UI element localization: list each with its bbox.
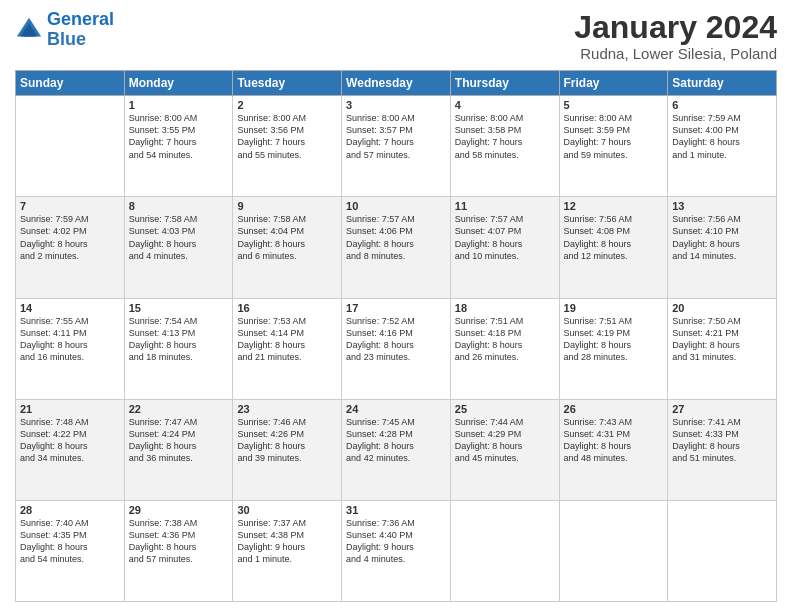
day-number: 26: [564, 403, 664, 415]
table-row: 2Sunrise: 8:00 AMSunset: 3:56 PMDaylight…: [233, 96, 342, 197]
day-info: Sunrise: 7:41 AMSunset: 4:33 PMDaylight:…: [672, 416, 772, 465]
day-number: 13: [672, 200, 772, 212]
day-info: Sunrise: 7:56 AMSunset: 4:08 PMDaylight:…: [564, 213, 664, 262]
day-number: 2: [237, 99, 337, 111]
table-row: 15Sunrise: 7:54 AMSunset: 4:13 PMDayligh…: [124, 298, 233, 399]
svg-rect-2: [24, 29, 33, 36]
day-number: 11: [455, 200, 555, 212]
table-row: 12Sunrise: 7:56 AMSunset: 4:08 PMDayligh…: [559, 197, 668, 298]
day-number: 23: [237, 403, 337, 415]
table-row: 14Sunrise: 7:55 AMSunset: 4:11 PMDayligh…: [16, 298, 125, 399]
col-saturday: Saturday: [668, 71, 777, 96]
day-number: 20: [672, 302, 772, 314]
day-number: 1: [129, 99, 229, 111]
day-number: 30: [237, 504, 337, 516]
day-info: Sunrise: 8:00 AMSunset: 3:55 PMDaylight:…: [129, 112, 229, 161]
table-row: 23Sunrise: 7:46 AMSunset: 4:26 PMDayligh…: [233, 399, 342, 500]
col-friday: Friday: [559, 71, 668, 96]
day-info: Sunrise: 7:59 AMSunset: 4:00 PMDaylight:…: [672, 112, 772, 161]
day-number: 4: [455, 99, 555, 111]
logo-icon: [15, 16, 43, 44]
day-info: Sunrise: 7:43 AMSunset: 4:31 PMDaylight:…: [564, 416, 664, 465]
table-row: 30Sunrise: 7:37 AMSunset: 4:38 PMDayligh…: [233, 500, 342, 601]
col-monday: Monday: [124, 71, 233, 96]
day-number: 17: [346, 302, 446, 314]
day-number: 12: [564, 200, 664, 212]
day-info: Sunrise: 7:51 AMSunset: 4:18 PMDaylight:…: [455, 315, 555, 364]
day-info: Sunrise: 7:46 AMSunset: 4:26 PMDaylight:…: [237, 416, 337, 465]
table-row: 28Sunrise: 7:40 AMSunset: 4:35 PMDayligh…: [16, 500, 125, 601]
day-info: Sunrise: 7:37 AMSunset: 4:38 PMDaylight:…: [237, 517, 337, 566]
day-number: 22: [129, 403, 229, 415]
day-number: 7: [20, 200, 120, 212]
day-number: 28: [20, 504, 120, 516]
table-row: 11Sunrise: 7:57 AMSunset: 4:07 PMDayligh…: [450, 197, 559, 298]
day-info: Sunrise: 7:36 AMSunset: 4:40 PMDaylight:…: [346, 517, 446, 566]
day-number: 9: [237, 200, 337, 212]
day-number: 6: [672, 99, 772, 111]
table-row: [559, 500, 668, 601]
page: General Blue January 2024 Rudna, Lower S…: [0, 0, 792, 612]
table-row: [450, 500, 559, 601]
day-number: 19: [564, 302, 664, 314]
day-info: Sunrise: 7:59 AMSunset: 4:02 PMDaylight:…: [20, 213, 120, 262]
col-wednesday: Wednesday: [342, 71, 451, 96]
day-info: Sunrise: 7:58 AMSunset: 4:03 PMDaylight:…: [129, 213, 229, 262]
table-row: 26Sunrise: 7:43 AMSunset: 4:31 PMDayligh…: [559, 399, 668, 500]
day-number: 21: [20, 403, 120, 415]
day-info: Sunrise: 7:45 AMSunset: 4:28 PMDaylight:…: [346, 416, 446, 465]
day-number: 14: [20, 302, 120, 314]
day-info: Sunrise: 7:57 AMSunset: 4:06 PMDaylight:…: [346, 213, 446, 262]
day-info: Sunrise: 8:00 AMSunset: 3:59 PMDaylight:…: [564, 112, 664, 161]
day-info: Sunrise: 7:54 AMSunset: 4:13 PMDaylight:…: [129, 315, 229, 364]
day-number: 27: [672, 403, 772, 415]
day-info: Sunrise: 7:47 AMSunset: 4:24 PMDaylight:…: [129, 416, 229, 465]
day-number: 31: [346, 504, 446, 516]
day-number: 8: [129, 200, 229, 212]
table-row: 25Sunrise: 7:44 AMSunset: 4:29 PMDayligh…: [450, 399, 559, 500]
day-info: Sunrise: 7:53 AMSunset: 4:14 PMDaylight:…: [237, 315, 337, 364]
col-tuesday: Tuesday: [233, 71, 342, 96]
table-row: 5Sunrise: 8:00 AMSunset: 3:59 PMDaylight…: [559, 96, 668, 197]
location-title: Rudna, Lower Silesia, Poland: [574, 45, 777, 62]
calendar: Sunday Monday Tuesday Wednesday Thursday…: [15, 70, 777, 602]
table-row: 24Sunrise: 7:45 AMSunset: 4:28 PMDayligh…: [342, 399, 451, 500]
day-number: 5: [564, 99, 664, 111]
day-info: Sunrise: 7:57 AMSunset: 4:07 PMDaylight:…: [455, 213, 555, 262]
table-row: [16, 96, 125, 197]
day-info: Sunrise: 8:00 AMSunset: 3:58 PMDaylight:…: [455, 112, 555, 161]
day-info: Sunrise: 7:55 AMSunset: 4:11 PMDaylight:…: [20, 315, 120, 364]
table-row: 17Sunrise: 7:52 AMSunset: 4:16 PMDayligh…: [342, 298, 451, 399]
logo-text: General Blue: [47, 10, 114, 50]
day-number: 16: [237, 302, 337, 314]
table-row: 31Sunrise: 7:36 AMSunset: 4:40 PMDayligh…: [342, 500, 451, 601]
day-info: Sunrise: 7:50 AMSunset: 4:21 PMDaylight:…: [672, 315, 772, 364]
table-row: 3Sunrise: 8:00 AMSunset: 3:57 PMDaylight…: [342, 96, 451, 197]
table-row: 20Sunrise: 7:50 AMSunset: 4:21 PMDayligh…: [668, 298, 777, 399]
day-number: 25: [455, 403, 555, 415]
logo-line1: General: [47, 9, 114, 29]
day-info: Sunrise: 7:58 AMSunset: 4:04 PMDaylight:…: [237, 213, 337, 262]
day-number: 10: [346, 200, 446, 212]
table-row: [668, 500, 777, 601]
table-row: 4Sunrise: 8:00 AMSunset: 3:58 PMDaylight…: [450, 96, 559, 197]
table-row: 16Sunrise: 7:53 AMSunset: 4:14 PMDayligh…: [233, 298, 342, 399]
table-row: 29Sunrise: 7:38 AMSunset: 4:36 PMDayligh…: [124, 500, 233, 601]
table-row: 6Sunrise: 7:59 AMSunset: 4:00 PMDaylight…: [668, 96, 777, 197]
table-row: 21Sunrise: 7:48 AMSunset: 4:22 PMDayligh…: [16, 399, 125, 500]
day-info: Sunrise: 8:00 AMSunset: 3:57 PMDaylight:…: [346, 112, 446, 161]
day-info: Sunrise: 7:56 AMSunset: 4:10 PMDaylight:…: [672, 213, 772, 262]
day-info: Sunrise: 7:38 AMSunset: 4:36 PMDaylight:…: [129, 517, 229, 566]
day-info: Sunrise: 7:51 AMSunset: 4:19 PMDaylight:…: [564, 315, 664, 364]
col-sunday: Sunday: [16, 71, 125, 96]
table-row: 19Sunrise: 7:51 AMSunset: 4:19 PMDayligh…: [559, 298, 668, 399]
day-number: 3: [346, 99, 446, 111]
day-info: Sunrise: 7:48 AMSunset: 4:22 PMDaylight:…: [20, 416, 120, 465]
day-info: Sunrise: 7:52 AMSunset: 4:16 PMDaylight:…: [346, 315, 446, 364]
day-info: Sunrise: 7:40 AMSunset: 4:35 PMDaylight:…: [20, 517, 120, 566]
table-row: 18Sunrise: 7:51 AMSunset: 4:18 PMDayligh…: [450, 298, 559, 399]
day-info: Sunrise: 8:00 AMSunset: 3:56 PMDaylight:…: [237, 112, 337, 161]
table-row: 8Sunrise: 7:58 AMSunset: 4:03 PMDaylight…: [124, 197, 233, 298]
logo-line2: Blue: [47, 29, 86, 49]
table-row: 9Sunrise: 7:58 AMSunset: 4:04 PMDaylight…: [233, 197, 342, 298]
